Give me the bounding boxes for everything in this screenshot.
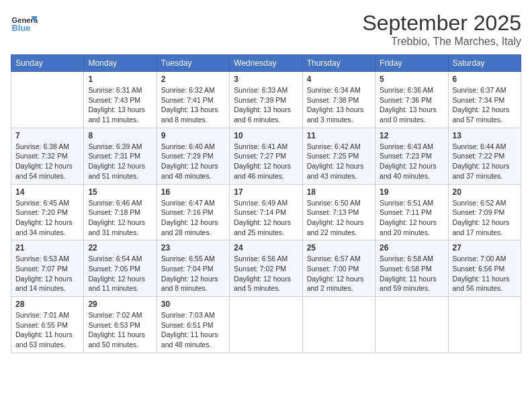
calendar-cell: 1Sunrise: 6:31 AM Sunset: 7:43 PM Daylig… [84,72,157,128]
header-thursday: Thursday [302,55,375,72]
day-number: 11 [307,131,371,140]
calendar-week-2: 7Sunrise: 6:38 AM Sunset: 7:32 PM Daylig… [11,128,521,184]
day-info: Sunrise: 6:43 AM Sunset: 7:23 PM Dayligh… [380,142,443,181]
calendar-cell: 17Sunrise: 6:49 AM Sunset: 7:14 PM Dayli… [230,184,302,240]
day-info: Sunrise: 6:45 AM Sunset: 7:20 PM Dayligh… [15,198,79,238]
calendar-cell: 13Sunrise: 6:44 AM Sunset: 7:22 PM Dayli… [448,128,521,184]
day-info: Sunrise: 7:00 AM Sunset: 6:56 PM Dayligh… [453,254,517,293]
calendar-cell: 3Sunrise: 6:33 AM Sunset: 7:39 PM Daylig… [230,72,302,128]
day-number: 9 [161,131,225,140]
calendar-cell: 11Sunrise: 6:42 AM Sunset: 7:25 PM Dayli… [302,128,375,184]
logo-icon: General Blue [11,11,38,38]
calendar-cell: 8Sunrise: 6:39 AM Sunset: 7:31 PM Daylig… [84,128,157,184]
calendar-header-row: SundayMondayTuesdayWednesdayThursdayFrid… [11,55,521,72]
calendar-week-5: 28Sunrise: 7:01 AM Sunset: 6:55 PM Dayli… [11,297,521,353]
calendar-cell: 21Sunrise: 6:53 AM Sunset: 7:07 PM Dayli… [11,240,84,297]
day-info: Sunrise: 6:57 AM Sunset: 7:00 PM Dayligh… [307,254,371,293]
day-number: 15 [88,187,152,197]
calendar-table: SundayMondayTuesdayWednesdayThursdayFrid… [11,54,521,353]
calendar-cell: 19Sunrise: 6:51 AM Sunset: 7:11 PM Dayli… [375,184,448,240]
day-info: Sunrise: 6:46 AM Sunset: 7:18 PM Dayligh… [88,198,152,238]
day-info: Sunrise: 6:40 AM Sunset: 7:29 PM Dayligh… [161,142,225,181]
calendar-cell: 18Sunrise: 6:50 AM Sunset: 7:13 PM Dayli… [302,184,375,240]
header-tuesday: Tuesday [157,55,229,72]
day-info: Sunrise: 6:38 AM Sunset: 7:32 PM Dayligh… [15,142,79,181]
day-number: 10 [234,131,298,140]
day-number: 20 [453,187,517,197]
day-number: 24 [234,243,298,253]
calendar-cell: 14Sunrise: 6:45 AM Sunset: 7:20 PM Dayli… [11,184,84,240]
day-info: Sunrise: 6:55 AM Sunset: 7:04 PM Dayligh… [161,254,225,293]
day-number: 12 [380,131,443,140]
calendar-cell: 30Sunrise: 7:03 AM Sunset: 6:51 PM Dayli… [157,297,229,353]
day-number: 3 [234,75,298,84]
calendar-cell [230,297,302,353]
day-number: 27 [453,243,517,253]
day-number: 2 [161,75,225,84]
calendar-cell: 23Sunrise: 6:55 AM Sunset: 7:04 PM Dayli… [157,240,229,297]
day-info: Sunrise: 6:41 AM Sunset: 7:27 PM Dayligh… [234,142,298,181]
day-info: Sunrise: 7:03 AM Sunset: 6:51 PM Dayligh… [161,310,225,350]
day-info: Sunrise: 6:58 AM Sunset: 6:58 PM Dayligh… [380,254,443,293]
day-info: Sunrise: 6:32 AM Sunset: 7:41 PM Dayligh… [161,85,225,125]
day-info: Sunrise: 6:50 AM Sunset: 7:13 PM Dayligh… [307,198,371,238]
calendar-cell: 6Sunrise: 6:37 AM Sunset: 7:34 PM Daylig… [448,72,521,128]
title-section: September 2025 Trebbio, The Marches, Ita… [362,11,521,48]
day-number: 30 [161,300,225,309]
calendar-cell: 25Sunrise: 6:57 AM Sunset: 7:00 PM Dayli… [302,240,375,297]
day-number: 17 [234,187,298,197]
calendar-cell: 29Sunrise: 7:02 AM Sunset: 6:53 PM Dayli… [84,297,157,353]
calendar-cell: 24Sunrise: 6:56 AM Sunset: 7:02 PM Dayli… [230,240,302,297]
day-info: Sunrise: 6:33 AM Sunset: 7:39 PM Dayligh… [234,85,298,125]
day-info: Sunrise: 6:36 AM Sunset: 7:36 PM Dayligh… [380,85,443,125]
day-number: 1 [88,75,152,84]
calendar-week-1: 1Sunrise: 6:31 AM Sunset: 7:43 PM Daylig… [11,72,521,128]
page-header: General Blue September 2025 Trebbio, The… [11,11,521,48]
day-number: 21 [15,243,79,253]
calendar-cell [302,297,375,353]
calendar-week-4: 21Sunrise: 6:53 AM Sunset: 7:07 PM Dayli… [11,240,521,297]
day-number: 29 [88,300,152,309]
calendar-cell [448,297,521,353]
calendar-cell: 26Sunrise: 6:58 AM Sunset: 6:58 PM Dayli… [375,240,448,297]
day-info: Sunrise: 6:53 AM Sunset: 7:07 PM Dayligh… [15,254,79,293]
header-monday: Monday [84,55,157,72]
header-wednesday: Wednesday [230,55,302,72]
day-number: 7 [15,131,79,140]
day-info: Sunrise: 6:51 AM Sunset: 7:11 PM Dayligh… [380,198,443,238]
day-number: 28 [15,300,79,309]
day-number: 22 [88,243,152,253]
month-title: September 2025 [362,11,521,36]
day-number: 4 [307,75,371,84]
logo: General Blue [11,11,40,38]
day-info: Sunrise: 7:02 AM Sunset: 6:53 PM Dayligh… [88,310,152,350]
day-number: 13 [453,131,517,140]
header-friday: Friday [375,55,448,72]
calendar-cell [375,297,448,353]
calendar-week-3: 14Sunrise: 6:45 AM Sunset: 7:20 PM Dayli… [11,184,521,240]
day-number: 5 [380,75,443,84]
day-info: Sunrise: 7:01 AM Sunset: 6:55 PM Dayligh… [15,310,79,350]
calendar-cell: 16Sunrise: 6:47 AM Sunset: 7:16 PM Dayli… [157,184,229,240]
header-sunday: Sunday [11,55,84,72]
calendar-cell: 9Sunrise: 6:40 AM Sunset: 7:29 PM Daylig… [157,128,229,184]
day-number: 14 [15,187,79,197]
calendar-cell: 4Sunrise: 6:34 AM Sunset: 7:38 PM Daylig… [302,72,375,128]
calendar-cell: 7Sunrise: 6:38 AM Sunset: 7:32 PM Daylig… [11,128,84,184]
day-info: Sunrise: 6:42 AM Sunset: 7:25 PM Dayligh… [307,142,371,181]
location-title: Trebbio, The Marches, Italy [362,36,521,48]
header-saturday: Saturday [448,55,521,72]
day-info: Sunrise: 6:34 AM Sunset: 7:38 PM Dayligh… [307,85,371,125]
calendar-cell: 2Sunrise: 6:32 AM Sunset: 7:41 PM Daylig… [157,72,229,128]
day-info: Sunrise: 6:44 AM Sunset: 7:22 PM Dayligh… [453,142,517,181]
day-number: 23 [161,243,225,253]
day-number: 16 [161,187,225,197]
day-info: Sunrise: 6:49 AM Sunset: 7:14 PM Dayligh… [234,198,298,238]
calendar-cell [11,72,84,128]
day-info: Sunrise: 6:54 AM Sunset: 7:05 PM Dayligh… [88,254,152,293]
day-info: Sunrise: 6:47 AM Sunset: 7:16 PM Dayligh… [161,198,225,238]
calendar-cell: 28Sunrise: 7:01 AM Sunset: 6:55 PM Dayli… [11,297,84,353]
calendar-cell: 15Sunrise: 6:46 AM Sunset: 7:18 PM Dayli… [84,184,157,240]
calendar-cell: 5Sunrise: 6:36 AM Sunset: 7:36 PM Daylig… [375,72,448,128]
day-info: Sunrise: 6:52 AM Sunset: 7:09 PM Dayligh… [453,198,517,238]
